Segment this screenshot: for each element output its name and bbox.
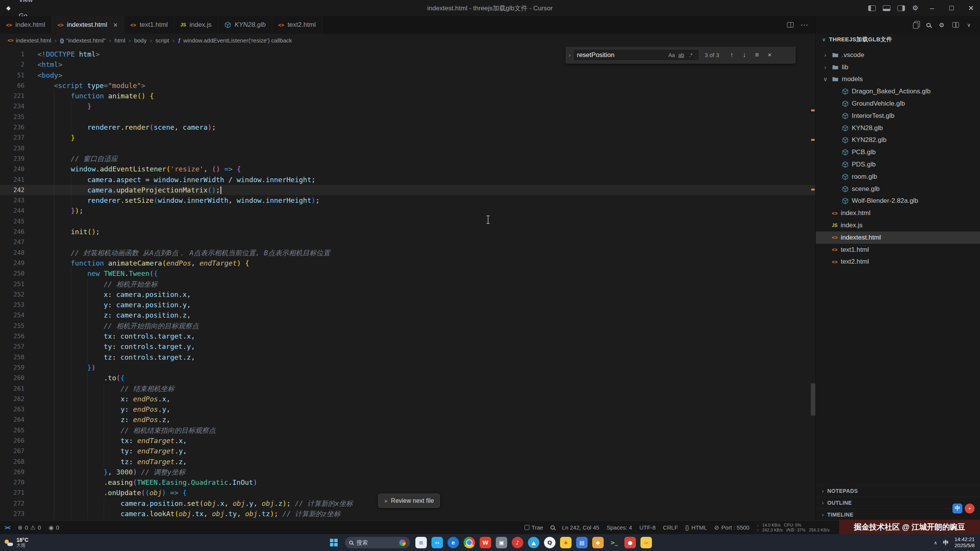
- tree-item-KYN282.glb[interactable]: KYN282.glb: [816, 134, 980, 147]
- line-number[interactable]: 256: [0, 331, 24, 341]
- floating-ime-widget[interactable]: 中 •: [952, 504, 975, 514]
- chevron-down-icon[interactable]: ∨: [967, 22, 971, 28]
- code-line[interactable]: 244});: [0, 205, 815, 216]
- code-line[interactable]: 269}, 3000) // 调整y坐标: [0, 467, 815, 477]
- code-line[interactable]: 263y: endPos.y,: [0, 404, 815, 414]
- line-number[interactable]: 259: [0, 362, 24, 373]
- line-number[interactable]: 221: [0, 91, 24, 101]
- tree-item-Wolf-Blender-2.82a.glb[interactable]: Wolf-Blender-2.82a.glb: [816, 195, 980, 207]
- line-number[interactable]: 252: [0, 289, 24, 300]
- line-number[interactable]: 260: [0, 373, 24, 383]
- taskbar-app-wps[interactable]: W: [477, 535, 493, 551]
- close-tab-icon[interactable]: ×: [113, 21, 118, 29]
- line-number[interactable]: 264: [0, 414, 24, 425]
- breadcrumb-item[interactable]: <>indextest.html: [8, 37, 51, 44]
- tree-item-Dragon_Baked_Actions.glb[interactable]: Dragon_Baked_Actions.glb: [816, 85, 980, 98]
- indentation-item[interactable]: Spaces: 4: [606, 524, 632, 531]
- line-number[interactable]: 253: [0, 300, 24, 310]
- code-line[interactable]: 251// 相机开始坐标: [0, 279, 815, 289]
- taskbar-app-snipping-tool[interactable]: +: [558, 535, 574, 551]
- tree-item-text2.html[interactable]: <>text2.html: [816, 256, 980, 268]
- editor-scrollbar[interactable]: [811, 383, 815, 416]
- code-line[interactable]: 268tz: endTarget.z,: [0, 456, 815, 467]
- code-line[interactable]: 255// 相机开始指向的目标观察点: [0, 321, 815, 331]
- code-line[interactable]: 252x: camera.position.x,: [0, 289, 815, 300]
- code-line[interactable]: 249function animateCamera(endPos, endTar…: [0, 258, 815, 268]
- cursor-position-item[interactable]: Ln 242, Col 45: [562, 524, 599, 531]
- line-number[interactable]: 273: [0, 509, 24, 519]
- sidebar-layout-icon[interactable]: [952, 22, 959, 28]
- line-number[interactable]: 246: [0, 227, 24, 237]
- line-number[interactable]: 243: [0, 195, 24, 205]
- ime-chip[interactable]: 中: [952, 504, 962, 514]
- live-server-port-item[interactable]: ⊘Port : 5500: [714, 524, 750, 531]
- code-line[interactable]: 267ty: endTarget.y,: [0, 446, 815, 456]
- code-line[interactable]: 264z: endPos.z,: [0, 414, 815, 425]
- code-line[interactable]: 253y: camera.position.y,: [0, 300, 815, 310]
- line-number[interactable]: 2: [0, 59, 24, 70]
- tree-item-InteriorTest.glb[interactable]: InteriorTest.glb: [816, 110, 980, 122]
- toggle-panel-left-icon[interactable]: [868, 5, 876, 11]
- notification-chip[interactable]: •: [965, 504, 975, 514]
- search-icon[interactable]: [926, 23, 931, 27]
- match-case-icon[interactable]: Aa: [667, 51, 676, 60]
- line-number[interactable]: 269: [0, 467, 24, 477]
- line-number[interactable]: 239: [0, 153, 24, 164]
- perf-stats[interactable]: ↓14.0 KB/sCPU: 6% ↑242.3 KB/s内存: 37%256.…: [757, 523, 833, 533]
- taskbar-app-red-app[interactable]: ●: [622, 535, 638, 551]
- code-line[interactable]: 250new TWEEN.Tween({: [0, 268, 815, 279]
- line-number[interactable]: 258: [0, 352, 24, 362]
- tree-item-index.html[interactable]: <>index.html: [816, 207, 980, 219]
- start-button[interactable]: [326, 535, 342, 551]
- code-line[interactable]: 266tx: endTarget.x,: [0, 435, 815, 446]
- taskbar-app-edge-browser[interactable]: e: [445, 535, 461, 551]
- regex-icon[interactable]: .*: [686, 51, 696, 60]
- review-next-file-button[interactable]: » Review next file: [378, 494, 440, 508]
- code-line[interactable]: 221function animate() {: [0, 91, 815, 101]
- code-line[interactable]: 260.to({: [0, 373, 815, 383]
- line-number[interactable]: 244: [0, 205, 24, 216]
- tree-item-lib[interactable]: ›lib: [816, 61, 980, 73]
- code-line[interactable]: 241camera.aspect = window.innerWidth / w…: [0, 174, 815, 185]
- tab-KYN28.glb[interactable]: KYN28.glb: [218, 16, 272, 34]
- code-line[interactable]: 246init();: [0, 227, 815, 237]
- line-number[interactable]: 236: [0, 122, 24, 132]
- code-line[interactable]: 273camera.lookAt(obj.tx, obj.ty, obj.tz)…: [0, 509, 815, 519]
- copy-pages-icon[interactable]: [913, 23, 918, 29]
- line-number[interactable]: 237: [0, 132, 24, 143]
- remote-indicator[interactable]: ><: [5, 525, 10, 531]
- breadcrumb-item[interactable]: script: [155, 37, 169, 44]
- taskbar-app-folder-app[interactable]: ▬: [638, 535, 654, 551]
- code-line[interactable]: 242camera.updateProjectionMatrix();: [0, 185, 815, 195]
- tab-index.js[interactable]: JSindex.js: [174, 16, 218, 34]
- line-number[interactable]: 247: [0, 237, 24, 247]
- code-line[interactable]: 236renderer.render(scene, camera);: [0, 122, 815, 132]
- breadcrumb-item[interactable]: ƒwindow.addEventListener('resize') callb…: [178, 37, 292, 44]
- taskbar-clock[interactable]: 14:42:21 2025/5/8: [954, 536, 975, 549]
- ime-indicator[interactable]: 中: [943, 539, 949, 546]
- line-number[interactable]: 265: [0, 425, 24, 435]
- code-line[interactable]: 239// 窗口自适应: [0, 153, 815, 164]
- taskbar-search[interactable]: 搜索: [345, 537, 410, 548]
- close-find-icon[interactable]: ×: [764, 50, 775, 60]
- split-editor-icon[interactable]: [787, 22, 794, 28]
- tree-item-index.js[interactable]: JSindex.js: [816, 219, 980, 231]
- eol-item[interactable]: CRLF: [663, 524, 678, 531]
- code-line[interactable]: 261// 结束相机坐标: [0, 383, 815, 394]
- tree-item-PCB.glb[interactable]: PCB.glb: [816, 146, 980, 158]
- tab-indextest.html[interactable]: <>indextest.html×: [52, 16, 124, 34]
- code-line[interactable]: 234}: [0, 101, 815, 111]
- breadcrumb-item[interactable]: html: [114, 37, 125, 44]
- taskbar-app-terminal[interactable]: >_: [606, 535, 622, 551]
- code-line[interactable]: 265// 相机结束指向的目标观察点: [0, 425, 815, 435]
- weather-widget[interactable]: 18°C大雨: [0, 537, 33, 548]
- code-line[interactable]: 257ty: controls.target.y,: [0, 341, 815, 352]
- breadcrumb-item[interactable]: body: [134, 37, 147, 44]
- problems-indicator[interactable]: ⊗0 ⚠0: [18, 524, 41, 531]
- minimize-button[interactable]: –: [923, 0, 941, 16]
- ports-indicator[interactable]: ◉0: [49, 524, 59, 531]
- taskbar-app-media-app[interactable]: ◆: [590, 535, 606, 551]
- tree-chevron-icon[interactable]: ›: [822, 52, 829, 58]
- line-number[interactable]: 242: [0, 185, 24, 195]
- tree-chevron-icon[interactable]: ∨: [822, 76, 829, 83]
